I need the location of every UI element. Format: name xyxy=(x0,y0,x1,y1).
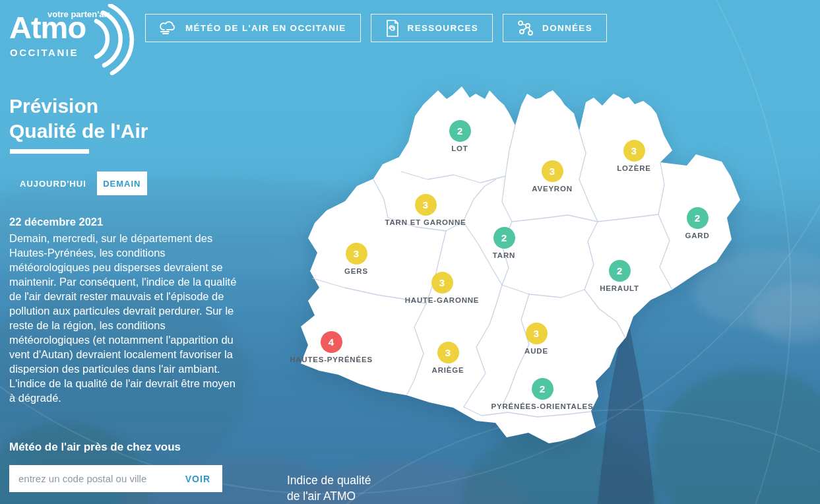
aqi-badge[interactable]: 2 xyxy=(609,260,631,282)
logo-region: OCCITANIE xyxy=(10,47,79,58)
dept-label: GERS xyxy=(344,267,368,275)
aqi-badge[interactable]: 3 xyxy=(526,323,548,344)
aqi-badge[interactable]: 2 xyxy=(449,120,471,142)
nav-meteo-label: MÉTÉO DE L'AIR EN OCCITANIE xyxy=(185,23,346,33)
page-title: Prévision Qualité de l'Air xyxy=(9,94,148,144)
nav-ressources-button[interactable]: RESSOURCES xyxy=(371,14,493,42)
logo-name: Atmo xyxy=(9,12,86,43)
dept-label: HAUTE-GARONNE xyxy=(405,296,480,304)
dept-label: HERAULT xyxy=(600,284,639,292)
dept-label: HAUTES-PYRÉNÉES xyxy=(290,356,373,363)
data-network-icon xyxy=(517,20,534,37)
aqi-badge[interactable]: 3 xyxy=(415,194,437,216)
aqi-badge[interactable]: 4 xyxy=(321,331,342,353)
dept-label: LOT xyxy=(451,144,468,152)
local-weather-heading: Météo de l'air près de chez vous xyxy=(9,441,181,454)
aqi-badge[interactable]: 3 xyxy=(542,160,563,182)
aqi-badge[interactable]: 2 xyxy=(493,227,515,249)
nav-ressources-label: RESSOURCES xyxy=(408,23,479,33)
aqi-badge[interactable]: 2 xyxy=(532,378,553,400)
atmo-occitanie-page: votre parten'air Atmo OCCITANIE MÉTÉO DE… xyxy=(0,0,820,504)
main-nav: MÉTÉO DE L'AIR EN OCCITANIE RESSOURCES D… xyxy=(145,14,607,42)
document-paperclip-icon xyxy=(385,20,400,37)
logo-swirl-icon xyxy=(87,4,146,75)
dept-label: TARN ET GARONNE xyxy=(385,218,466,226)
occitanie-map: 2LOT3LOZÈRE3AVEYRON2GARD3TARN ET GARONNE… xyxy=(284,79,752,449)
dept-label: ARIÈGE xyxy=(432,366,464,374)
aqi-badge[interactable]: 3 xyxy=(346,243,367,265)
dept-label: LOZÈRE xyxy=(617,164,650,172)
nav-donnees-button[interactable]: DONNÉES xyxy=(503,14,607,42)
aqi-legend: Indice de qualité de l'air ATMO xyxy=(287,472,371,504)
nav-donnees-label: DONNÉES xyxy=(542,23,592,33)
tab-demain[interactable]: DEMAIN xyxy=(97,172,147,195)
dept-label: AUDE xyxy=(524,347,548,355)
day-tabs: AUJOURD'HUI DEMAIN xyxy=(9,172,147,195)
dept-label: AVEYRON xyxy=(532,185,573,193)
voir-button[interactable]: VOIR xyxy=(181,474,222,484)
title-underline xyxy=(10,149,89,154)
tab-aujourdhui[interactable]: AUJOURD'HUI xyxy=(9,172,97,195)
postal-search-box: VOIR xyxy=(9,465,222,492)
postal-code-input[interactable] xyxy=(9,473,181,484)
nav-meteo-button[interactable]: MÉTÉO DE L'AIR EN OCCITANIE xyxy=(145,14,361,42)
forecast-date: 22 décembre 2021 xyxy=(9,216,103,228)
aqi-badge[interactable]: 3 xyxy=(623,140,645,162)
dept-label: PYRÉNÉES-ORIENTALES xyxy=(491,402,594,410)
cloud-wind-icon xyxy=(160,21,177,36)
aqi-badge[interactable]: 3 xyxy=(431,272,453,294)
aqi-badge[interactable]: 3 xyxy=(437,342,459,363)
forecast-text: Demain, mercredi, sur le département des… xyxy=(9,231,241,405)
aqi-badge[interactable]: 2 xyxy=(687,207,709,229)
dept-label: GARD xyxy=(685,232,709,239)
dept-label: TARN xyxy=(493,251,515,259)
